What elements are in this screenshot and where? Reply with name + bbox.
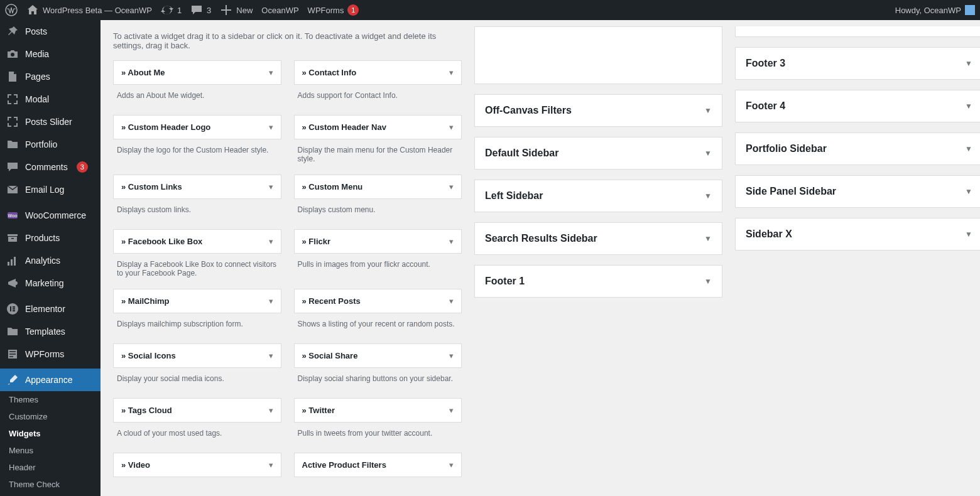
widget-desc: Display social sharing buttons on your s… xyxy=(294,368,462,398)
available-widget[interactable]: » MailChimp ▾ xyxy=(113,289,281,313)
chevron-down-icon[interactable]: ▼ xyxy=(965,102,972,111)
widget-desc: A cloud of your most used tags. xyxy=(113,423,281,453)
avatar xyxy=(965,5,975,15)
widget-area-header[interactable]: Off-Canvas Filters ▼ xyxy=(475,95,722,126)
menu-item-comments[interactable]: Comments3 xyxy=(0,156,101,178)
widget-title: » Facebook Like Box xyxy=(121,237,269,246)
chevron-down-icon[interactable]: ▾ xyxy=(449,460,454,470)
comments-link[interactable]: 3 xyxy=(190,4,211,16)
chevron-down-icon[interactable]: ▼ xyxy=(704,234,712,243)
wp-logo[interactable] xyxy=(5,4,18,16)
menu-item-analytics[interactable]: Analytics xyxy=(0,249,101,272)
submenu-menus[interactable]: Menus xyxy=(0,442,101,459)
available-widget[interactable]: » Custom Header Logo ▾ xyxy=(113,115,281,139)
menu-item-posts[interactable]: Posts xyxy=(0,20,101,43)
chevron-down-icon[interactable]: ▾ xyxy=(449,296,454,306)
chevron-down-icon[interactable]: ▾ xyxy=(269,182,273,191)
widget-area-title: Off-Canvas Filters xyxy=(485,105,704,116)
chevron-down-icon[interactable]: ▾ xyxy=(269,122,273,132)
submenu-header[interactable]: Header xyxy=(0,459,101,476)
chevron-down-icon[interactable]: ▼ xyxy=(704,277,712,286)
chevron-down-icon[interactable]: ▾ xyxy=(449,406,454,415)
submenu-widgets[interactable]: Widgets xyxy=(0,425,101,442)
available-widget[interactable]: » Recent Posts ▾ xyxy=(294,289,462,313)
widget-area-header[interactable]: Default Sidebar ▼ xyxy=(475,137,722,169)
chevron-down-icon[interactable]: ▾ xyxy=(269,237,273,246)
available-widget[interactable]: » Social Icons ▾ xyxy=(113,343,281,368)
new-link[interactable]: New xyxy=(220,4,253,16)
menu-item-email-log[interactable]: Email Log xyxy=(0,178,101,201)
wpforms-link[interactable]: WPForms 1 xyxy=(308,4,359,16)
widget-area-header[interactable]: Left Sidebar ▼ xyxy=(475,180,722,212)
menu-label: Pages xyxy=(25,72,50,82)
chevron-down-icon[interactable]: ▾ xyxy=(449,182,454,191)
site-link[interactable]: WordPress Beta — OceanWP xyxy=(26,4,152,16)
chevron-down-icon[interactable]: ▼ xyxy=(965,144,972,153)
chevron-down-icon[interactable]: ▼ xyxy=(704,106,712,115)
widget-area-header[interactable]: Footer 1 ▼ xyxy=(475,266,722,297)
available-widget[interactable]: » Contact Info ▾ xyxy=(294,60,462,85)
expand-icon xyxy=(6,93,19,105)
widget-area-header[interactable]: Footer 3 ▼ xyxy=(736,48,980,79)
new-label: New xyxy=(236,6,253,15)
chevron-down-icon[interactable]: ▾ xyxy=(449,68,454,77)
svg-point-0 xyxy=(6,4,17,16)
chevron-down-icon[interactable]: ▾ xyxy=(449,351,454,360)
menu-item-wpforms[interactable]: WPForms xyxy=(0,343,101,365)
chevron-down-icon[interactable]: ▾ xyxy=(449,237,454,246)
widget-desc: Display your social media icons. xyxy=(113,368,281,398)
howdy-link[interactable]: Howdy, OceanWP xyxy=(895,5,975,15)
menu-item-templates[interactable]: Templates xyxy=(0,320,101,343)
menu-item-marketing[interactable]: Marketing xyxy=(0,272,101,294)
menu-item-pages[interactable]: Pages xyxy=(0,65,101,88)
menu-item-elementor[interactable]: Elementor xyxy=(0,298,101,320)
chevron-down-icon[interactable]: ▼ xyxy=(704,149,712,158)
menu-item-posts-slider[interactable]: Posts Slider xyxy=(0,111,101,133)
available-widget[interactable]: » Custom Header Nav ▾ xyxy=(294,115,462,139)
available-widget[interactable]: » Video ▾ xyxy=(113,453,281,477)
widget-title: » Contact Info xyxy=(302,68,450,77)
available-widget[interactable]: » Custom Menu ▾ xyxy=(294,175,462,199)
widget-title: » About Me xyxy=(121,68,269,77)
available-widget[interactable]: » Custom Links ▾ xyxy=(113,175,281,199)
widget-area-header[interactable]: Side Panel Sidebar ▼ xyxy=(736,176,980,207)
menu-badge: 3 xyxy=(77,161,88,173)
menu-label: Templates xyxy=(25,326,65,337)
chevron-down-icon[interactable]: ▾ xyxy=(269,406,273,415)
chevron-down-icon[interactable]: ▾ xyxy=(269,68,273,77)
available-widget[interactable]: » Social Share ▾ xyxy=(294,343,462,368)
widget-area-header[interactable]: Sidebar X ▼ xyxy=(736,218,980,250)
chevron-down-icon[interactable]: ▼ xyxy=(965,230,972,239)
svg-rect-7 xyxy=(14,257,16,266)
available-widget[interactable]: » Facebook Like Box ▾ xyxy=(113,229,281,254)
submenu-theme-check[interactable]: Theme Check xyxy=(0,476,101,493)
available-widget[interactable]: » Flickr ▾ xyxy=(294,229,462,254)
menu-label: Posts Slider xyxy=(25,117,72,127)
oceanwp-link[interactable]: OceanWP xyxy=(261,6,298,15)
submenu-customize[interactable]: Customize xyxy=(0,408,101,425)
menu-item-appearance[interactable]: Appearance xyxy=(0,369,101,391)
updates-link[interactable]: 1 xyxy=(161,4,182,16)
available-widget[interactable]: » Tags Cloud ▾ xyxy=(113,398,281,423)
available-widget[interactable]: » About Me ▾ xyxy=(113,60,281,85)
menu-item-woocommerce[interactable]: WooWooCommerce xyxy=(0,204,101,227)
widget-area-header[interactable]: Footer 4 ▼ xyxy=(736,90,980,122)
widget-area-header[interactable]: Portfolio Sidebar ▼ xyxy=(736,133,980,164)
svg-rect-13 xyxy=(13,310,15,311)
menu-item-modal[interactable]: Modal xyxy=(0,88,101,111)
chevron-down-icon[interactable]: ▼ xyxy=(965,187,972,196)
widget-area-header[interactable]: Search Results Sidebar ▼ xyxy=(475,223,722,254)
submenu-themes[interactable]: Themes xyxy=(0,391,101,408)
chevron-down-icon[interactable]: ▾ xyxy=(269,351,273,360)
chevron-down-icon[interactable]: ▾ xyxy=(449,122,454,132)
menu-item-portfolio[interactable]: Portfolio xyxy=(0,133,101,156)
chevron-down-icon[interactable]: ▾ xyxy=(269,460,273,470)
chevron-down-icon[interactable]: ▾ xyxy=(269,296,273,306)
menu-item-media[interactable]: Media xyxy=(0,43,101,65)
chevron-down-icon[interactable]: ▼ xyxy=(704,191,712,200)
available-widget[interactable]: » Twitter ▾ xyxy=(294,398,462,423)
chevron-down-icon[interactable]: ▼ xyxy=(965,59,972,68)
comments-count: 3 xyxy=(207,6,211,15)
menu-item-products[interactable]: Products xyxy=(0,227,101,249)
available-widget[interactable]: Active Product Filters ▾ xyxy=(294,453,462,477)
